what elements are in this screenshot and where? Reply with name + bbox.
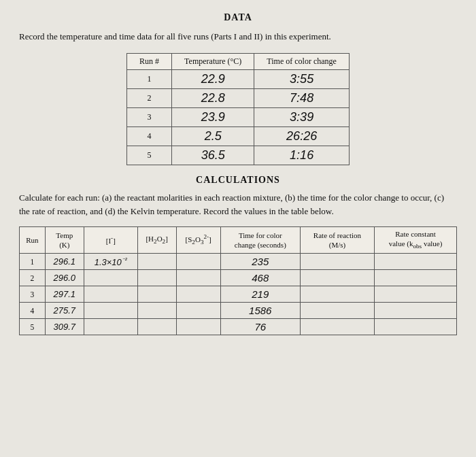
cell-H2O2 bbox=[137, 254, 176, 270]
bh-run: Run bbox=[20, 226, 46, 253]
cell-time: 26:26 bbox=[254, 126, 350, 146]
cell-H2O2 bbox=[137, 303, 176, 319]
cell-temp-k: 275.7 bbox=[45, 303, 84, 319]
table-row: 42.526:26 bbox=[127, 126, 350, 146]
table-row: 222.87:48 bbox=[127, 88, 350, 107]
calc-text: Calculate for each run: (a) the reactant… bbox=[19, 191, 457, 218]
cell-rate bbox=[300, 254, 374, 270]
cell-H2O2 bbox=[137, 270, 176, 286]
bottom-calc-table: Run Temp(K) [I-] [H2O2] [S2O32-] Time fo… bbox=[19, 226, 457, 335]
cell-S2O3 bbox=[176, 319, 220, 335]
table-row: 4275.71586 bbox=[20, 303, 457, 319]
cell-I bbox=[84, 319, 137, 335]
table-row: 536.51:16 bbox=[127, 146, 350, 165]
table-row: 5309.776 bbox=[20, 319, 457, 335]
cell-kobs bbox=[375, 254, 457, 270]
cell-rate bbox=[300, 270, 374, 286]
col-header-time: Time of color change bbox=[254, 53, 350, 69]
cell-H2O2 bbox=[137, 319, 176, 335]
top-data-table: Run # Temperature (°C) Time of color cha… bbox=[126, 53, 350, 165]
cell-temp: 36.5 bbox=[172, 146, 254, 165]
table-row: 122.93:55 bbox=[127, 69, 350, 88]
cell-time: 3:39 bbox=[254, 107, 350, 126]
cell-temp: 2.5 bbox=[172, 126, 254, 146]
table-row: 1296.11.3×10⁻²235 bbox=[20, 254, 457, 270]
cell-run: 1 bbox=[127, 69, 172, 88]
cell-time: 1:16 bbox=[254, 146, 350, 165]
col-header-temp: Temperature (°C) bbox=[172, 53, 254, 69]
cell-H2O2 bbox=[137, 286, 176, 303]
cell-rate bbox=[300, 319, 374, 335]
cell-kobs bbox=[375, 303, 457, 319]
bh-time: Time for colorchange (seconds) bbox=[220, 226, 300, 253]
top-table-wrapper: Run # Temperature (°C) Time of color cha… bbox=[19, 53, 457, 165]
cell-time-sec: 1586 bbox=[220, 303, 300, 319]
table-row: 323.93:39 bbox=[127, 107, 350, 126]
cell-I: 1.3×10⁻² bbox=[84, 254, 137, 270]
cell-time-sec: 468 bbox=[220, 270, 300, 286]
cell-rate bbox=[300, 303, 374, 319]
cell-run: 2 bbox=[127, 88, 172, 107]
cell-run: 4 bbox=[127, 126, 172, 146]
cell-temp-k: 309.7 bbox=[45, 319, 84, 335]
table-row: 2296.0468 bbox=[20, 270, 457, 286]
bh-temp: Temp(K) bbox=[45, 226, 84, 253]
col-header-run: Run # bbox=[127, 53, 172, 69]
cell-S2O3 bbox=[176, 303, 220, 319]
cell-time: 7:48 bbox=[254, 88, 350, 107]
cell-run: 1 bbox=[20, 254, 46, 270]
cell-kobs bbox=[375, 286, 457, 303]
cell-run: 2 bbox=[20, 270, 46, 286]
cell-rate bbox=[300, 286, 374, 303]
cell-run: 3 bbox=[20, 286, 46, 303]
bh-I: [I-] bbox=[84, 226, 137, 253]
cell-time: 3:55 bbox=[254, 69, 350, 88]
cell-time-sec: 76 bbox=[220, 319, 300, 335]
cell-time-sec: 219 bbox=[220, 286, 300, 303]
cell-I bbox=[84, 303, 137, 319]
cell-run: 5 bbox=[20, 319, 46, 335]
cell-run: 5 bbox=[127, 146, 172, 165]
cell-temp: 22.9 bbox=[172, 69, 254, 88]
cell-temp-k: 296.1 bbox=[45, 254, 84, 270]
cell-temp-k: 297.1 bbox=[45, 286, 84, 303]
cell-kobs bbox=[375, 270, 457, 286]
page-title: DATA bbox=[19, 12, 457, 23]
cell-I bbox=[84, 270, 137, 286]
calc-title: CALCULATIONS bbox=[19, 175, 457, 186]
cell-S2O3 bbox=[176, 254, 220, 270]
bh-rate: Rate of reaction(M/s) bbox=[300, 226, 374, 253]
table-row: 3297.1219 bbox=[20, 286, 457, 303]
bh-H2O2: [H2O2] bbox=[137, 226, 176, 253]
cell-time-sec: 235 bbox=[220, 254, 300, 270]
cell-run: 3 bbox=[127, 107, 172, 126]
cell-temp: 22.8 bbox=[172, 88, 254, 107]
cell-S2O3 bbox=[176, 286, 220, 303]
cell-run: 4 bbox=[20, 303, 46, 319]
cell-temp: 23.9 bbox=[172, 107, 254, 126]
intro-text: Record the temperature and time data for… bbox=[19, 30, 457, 44]
bh-kobs: Rate constantvalue (kobs value) bbox=[375, 226, 457, 253]
cell-S2O3 bbox=[176, 270, 220, 286]
cell-temp-k: 296.0 bbox=[45, 270, 84, 286]
bh-S2O3: [S2O32-] bbox=[176, 226, 220, 253]
cell-kobs bbox=[375, 319, 457, 335]
cell-I bbox=[84, 286, 137, 303]
